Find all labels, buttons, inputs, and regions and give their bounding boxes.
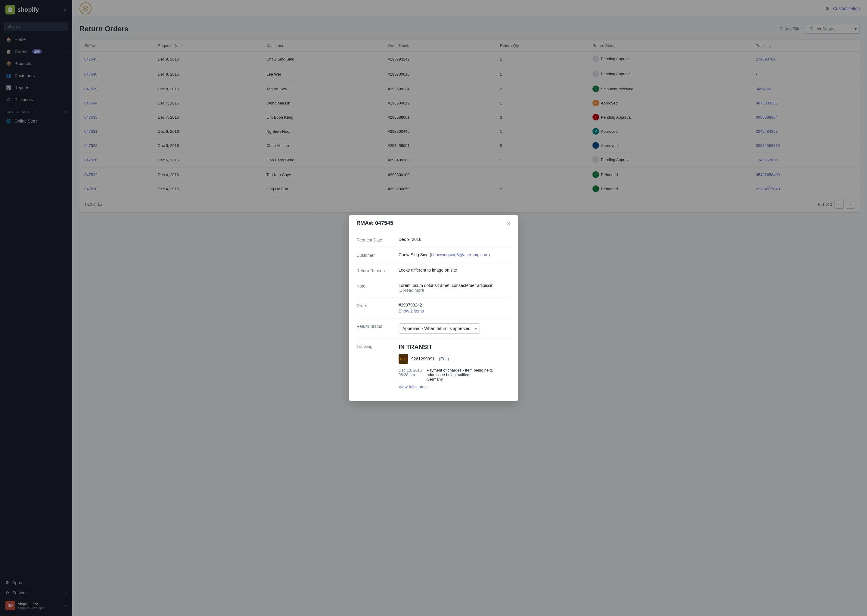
modal-body: Request Date Dec 9, 2016 Customer Chow S… bbox=[349, 232, 518, 401]
tracking-carrier: UPS 9261299991 (Edit) bbox=[399, 354, 510, 364]
modal-header: RMA#: 047545 × bbox=[349, 215, 518, 232]
order-value: #293793242 Show 2 items bbox=[399, 303, 510, 313]
edit-tracking-link[interactable]: (Edit) bbox=[439, 357, 449, 361]
note-label: Note bbox=[357, 283, 399, 293]
modal-field-customer: Customer Chow Sing Sing (chowsingsing3@a… bbox=[357, 247, 510, 263]
tracking-status: IN TRANSIT bbox=[399, 344, 510, 350]
return-status-value: Approved - When return is approved Pendi… bbox=[399, 323, 510, 333]
modal-field-date: Request Date Dec 9, 2016 bbox=[357, 232, 510, 247]
return-status-label: Return Status bbox=[357, 323, 399, 333]
modal-field-tracking: Tracking IN TRANSIT UPS 9261299991 (Edit… bbox=[357, 339, 510, 394]
tracking-date: Dec 13, 2016 bbox=[399, 368, 422, 372]
modal-overlay[interactable]: RMA#: 047545 × Request Date Dec 9, 2016 … bbox=[0, 0, 867, 616]
customer-name: Chow Sing Sing bbox=[399, 252, 429, 257]
return-reason-value: Looks different to image on site bbox=[399, 268, 510, 273]
customer-label: Customer bbox=[357, 252, 399, 258]
modal-field-return-status: Return Status Approved - When return is … bbox=[357, 319, 510, 339]
modal-title: RMA#: 047545 bbox=[357, 220, 393, 226]
tracking-time: Dec 13, 2016 08:28 am bbox=[399, 368, 422, 382]
rma-detail-modal: RMA#: 047545 × Request Date Dec 9, 2016 … bbox=[349, 215, 518, 401]
read-more-link[interactable]: ... Read more bbox=[399, 288, 424, 293]
show-items-link[interactable]: Show 2 items bbox=[399, 309, 510, 313]
tracking-event: Dec 13, 2016 08:28 am Payment of charges… bbox=[399, 368, 510, 382]
modal-field-return-reason: Return Reason Looks different to image o… bbox=[357, 263, 510, 278]
tracking-location: Germany bbox=[427, 377, 510, 382]
note-value: Lorem ipsum dolor sit amet, consectetuer… bbox=[399, 283, 510, 293]
modal-field-note: Note Lorem ipsum dolor sit amet, consect… bbox=[357, 278, 510, 298]
tracking-description: Payment of charges - Item being held, ad… bbox=[427, 368, 510, 382]
order-label: Order bbox=[357, 303, 399, 313]
customer-value: Chow Sing Sing (chowsingsing3@aftership.… bbox=[399, 252, 510, 258]
return-status-select[interactable]: Approved - When return is approved Pendi… bbox=[399, 323, 480, 333]
order-number: #293793242 bbox=[399, 303, 422, 307]
carrier-abbr: UPS bbox=[401, 357, 407, 361]
tracking-desc-text: Payment of charges - Item being held, ad… bbox=[427, 368, 510, 377]
tracking-label: Tracking bbox=[357, 344, 399, 389]
view-full-status-link[interactable]: View full status bbox=[399, 385, 510, 389]
note-text: Lorem ipsum dolor sit amet, consectetuer… bbox=[399, 283, 493, 288]
customer-email-link[interactable]: chowsingsing3@aftership.com bbox=[431, 252, 488, 257]
request-date-label: Request Date bbox=[357, 237, 399, 242]
modal-field-order: Order #293793242 Show 2 items bbox=[357, 298, 510, 319]
return-reason-label: Return Reason bbox=[357, 268, 399, 273]
tracking-hour: 08:28 am bbox=[399, 372, 422, 377]
modal-close-button[interactable]: × bbox=[507, 220, 510, 226]
carrier-logo: UPS bbox=[399, 354, 408, 364]
tracking-number: 9261299991 bbox=[411, 357, 435, 361]
request-date-value: Dec 9, 2016 bbox=[399, 237, 510, 242]
tracking-section: IN TRANSIT UPS 9261299991 (Edit) Dec 13,… bbox=[399, 344, 510, 389]
status-dropdown-wrapper: Approved - When return is approved Pendi… bbox=[399, 323, 480, 333]
